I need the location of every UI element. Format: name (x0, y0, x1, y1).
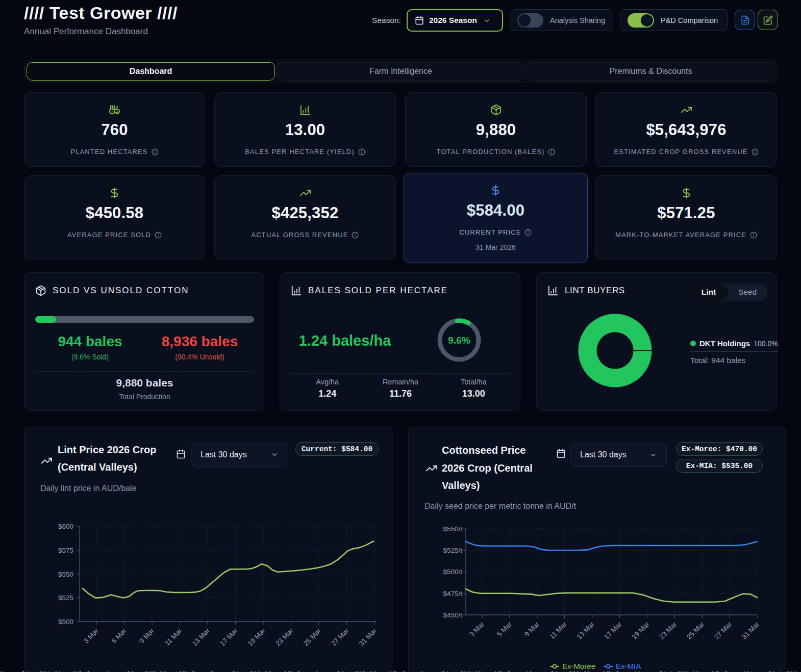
svg-text:$475/t: $475/t (443, 590, 462, 598)
svg-text:5 Mar: 5 Mar (495, 620, 513, 638)
svg-text:27 Mar: 27 Mar (330, 627, 351, 648)
svg-text:19 Mar: 19 Mar (246, 627, 267, 648)
svg-text:9 Mar: 9 Mar (523, 620, 541, 638)
svg-text:31 Mar: 31 Mar (740, 620, 761, 641)
svg-text:13 Mar: 13 Mar (575, 620, 596, 641)
svg-text:$525: $525 (58, 594, 73, 602)
svg-text:9.6%: 9.6% (448, 335, 470, 346)
svg-text:25 Mar: 25 Mar (302, 627, 323, 648)
svg-text:13 Mar: 13 Mar (191, 627, 212, 648)
svg-text:27 Mar: 27 Mar (713, 620, 734, 641)
svg-text:3 Mar: 3 Mar (82, 627, 100, 644)
svg-text:17 Mar: 17 Mar (218, 627, 239, 648)
svg-text:19 Mar: 19 Mar (630, 620, 651, 641)
svg-text:31 Mar: 31 Mar (358, 627, 379, 648)
svg-text:$500: $500 (58, 618, 73, 626)
svg-text:$525/t: $525/t (443, 547, 462, 554)
svg-text:$600: $600 (58, 523, 73, 530)
svg-text:3 Mar: 3 Mar (468, 620, 486, 638)
svg-text:5 Mar: 5 Mar (110, 627, 128, 644)
svg-text:25 Mar: 25 Mar (685, 620, 706, 641)
svg-text:9 Mar: 9 Mar (138, 627, 156, 644)
svg-text:11 Mar: 11 Mar (163, 627, 184, 647)
svg-text:23 Mar: 23 Mar (658, 620, 679, 641)
svg-text:$575: $575 (58, 547, 73, 554)
svg-text:$550: $550 (58, 571, 73, 578)
svg-text:17 Mar: 17 Mar (603, 620, 623, 641)
svg-text:$500/t: $500/t (443, 568, 462, 576)
svg-text:Ex-Moree: Ex-Moree (562, 662, 595, 670)
svg-text:Ex-MIA: Ex-MIA (616, 662, 641, 670)
svg-text:$550/t: $550/t (443, 525, 462, 533)
svg-text:$450/t: $450/t (443, 611, 462, 619)
svg-text:11 Mar: 11 Mar (548, 620, 568, 640)
svg-text:23 Mar: 23 Mar (274, 627, 295, 648)
